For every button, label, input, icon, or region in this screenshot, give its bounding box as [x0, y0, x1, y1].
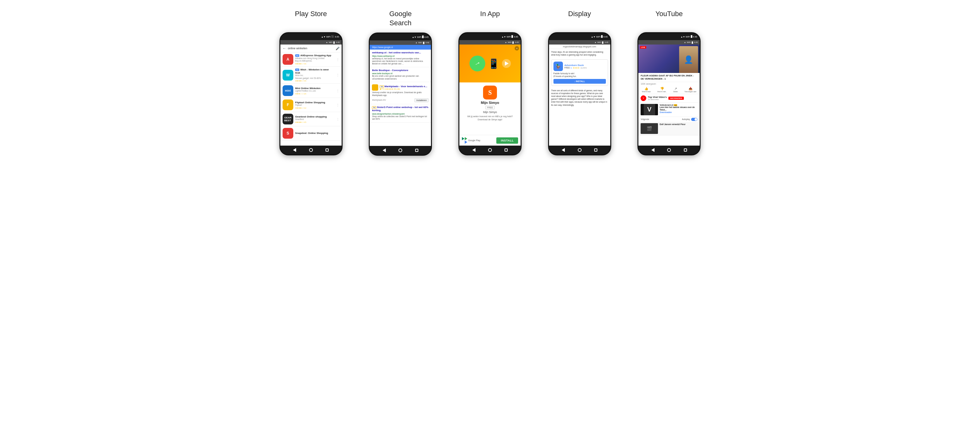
yt-status-bar: ▲ WiFi ▉ 4:45 — [638, 40, 700, 45]
gs-stars: ⭐ 4.0 ★★★★★ (55,130) — [380, 88, 427, 90]
yt-autoplay-toggle[interactable] — [691, 118, 697, 121]
gs-result-title-0: wehkamp.nl - het online warenhuis van... — [372, 51, 429, 54]
nav-back-gs[interactable] — [382, 148, 387, 153]
in-app-column: In App ▲▼ WiFi ▉ 4:45 ▲ WiFi ▉ 4:45 — [448, 10, 532, 155]
google-search-phone: ▲▼ WiFi ▉ 4:45 ▲ WiFi ▉ 4:45 https://www… — [369, 32, 432, 156]
ia-install-button[interactable]: INSTALL — [496, 137, 518, 144]
ps-app-item-4[interactable]: GEARBEST Gearbest Online shopping GearBe… — [280, 112, 342, 126]
dp-ad-header: 🦆 Adventure Duck FREE G ★★★★☆ (3,457) — [554, 62, 606, 71]
yt-save-action[interactable]: 📥 Toevoegen aan — [684, 87, 697, 92]
ia-phone-emoji: 📱 — [488, 58, 500, 69]
gs-result-1[interactable]: Belle Boutique - Conceptstore www.belle-… — [370, 67, 431, 82]
status-icons-gs: ▲▼ WiFi ▉ 4:45 — [412, 36, 428, 38]
nav-recents-yt[interactable] — [683, 148, 688, 152]
nav-back-ps[interactable] — [292, 148, 297, 152]
yt-thumbnail-overlay — [638, 45, 700, 73]
yt-save-label: Toevoegen aan — [684, 91, 697, 92]
nav-recents-dp[interactable] — [593, 148, 598, 152]
ps-rating-4: ★★★★☆ 4.5 — [295, 121, 334, 123]
ps-app-info-0: AdAliExpress Shopping App Alibaba.com Ho… — [295, 54, 334, 64]
display-phone: ▲▼ WiFi ▉ 4:45 ▲ WiFi ▉ 4:45 mypocketdre… — [548, 32, 611, 155]
gs-app-row: AdMarktplaats - Voor tweedehands e... ⭐ … — [372, 84, 429, 91]
gs-result-desc-1: Bij ons vindt u een groot aanbod van pro… — [372, 75, 429, 80]
ps-ad-badge-0: Ad — [295, 54, 299, 57]
ia-play-button[interactable] — [502, 59, 511, 68]
ia-banner-graphic: → 📱 — [469, 56, 500, 72]
ps-app-sub-1: Wish Inc.Nieuwe gadget: min 50-80% — [295, 74, 334, 80]
phone-bottom-bar-dp — [549, 146, 610, 155]
yt-share-action[interactable]: ↗ Delen — [673, 87, 678, 92]
yt-subscribe-button[interactable]: ABONNEREN — [668, 97, 684, 100]
yt-dislike-action[interactable]: 👎 Vind ik niet.. — [657, 87, 667, 92]
ps-app-sub-2: LightInTheBox Co.,Ltd. — [295, 90, 334, 92]
nav-home-ia[interactable] — [488, 148, 492, 152]
nav-home-ps[interactable] — [309, 148, 313, 152]
ps-app-item-5[interactable]: S Snapdeal: Online Shopping — [280, 126, 342, 140]
phone-top-bar-gs: ▲▼ WiFi ▉ 4:45 — [370, 33, 431, 40]
yt-save-icon: 📥 — [689, 87, 692, 90]
nav-home-dp[interactable] — [578, 148, 582, 152]
yt-like-action[interactable]: 👍 Vind ik leuk — [642, 87, 651, 92]
ps-app-info-2: Mini Online Winkelen LightInTheBox Co.,L… — [295, 87, 334, 95]
gs-result-url-0: https://www.wehkamp.nl/ — [372, 55, 429, 57]
yt-download-link[interactable]: Downloaden — [660, 111, 697, 113]
dp-ad-stars: ★★★★☆ (3,457) — [573, 67, 587, 69]
dp-ad-card[interactable]: 🦆 Adventure Duck FREE G ★★★★☆ (3,457) — [551, 59, 608, 86]
ps-menu-dots-3[interactable]: ⋮ — [336, 103, 339, 107]
ps-app-item-3[interactable]: F Flipkart Online Shopping Flipkart ★★★★… — [280, 98, 342, 112]
yt-suggested-item-0[interactable]: V Volkskrant.nl Ad Lees hier het laatste… — [638, 103, 700, 117]
dp-content: mypocketdreamapp.blogspot.com These days… — [549, 40, 610, 146]
ia-gplay-logo: Google Play — [462, 137, 480, 144]
gs-url-bar[interactable]: https://www.google.nl — [370, 45, 431, 49]
nav-back-ia[interactable] — [472, 148, 476, 152]
ps-menu-dots-1[interactable]: ⋮ — [336, 73, 339, 77]
ps-app-info-5: Snapdeal: Online Shopping — [295, 132, 339, 135]
ps-bat: ▉ — [333, 41, 335, 44]
status-icons-ia: ▲▼ WiFi ▉ 4:45 — [502, 35, 518, 38]
nav-home-gs[interactable] — [398, 148, 402, 153]
yt-like-label: Vind ik leuk — [642, 91, 651, 92]
status-icons-dp: ▲▼ WiFi ▉ 4:45 — [591, 35, 608, 38]
yt-next-item[interactable]: 🎬 Dolf Jansen verwelzt Fleur — [638, 122, 700, 135]
ps-searchbar[interactable]: ← online winkelen 🎤 — [280, 45, 342, 53]
yt-video-thumbnail[interactable]: 👤 LIVE — [638, 45, 700, 73]
ps-search-text: online winkelen — [288, 47, 334, 50]
ps-menu-dots-4[interactable]: ⋮ — [336, 118, 339, 121]
yt-next-title: Dolf Jansen verwelzt Fleur — [660, 123, 697, 126]
ps-menu-dots-2[interactable]: ⋮ — [336, 89, 339, 92]
phone-top-bar-ia: ▲▼ WiFi ▉ 4:45 — [460, 33, 520, 40]
nav-back-yt[interactable] — [651, 148, 655, 152]
gs-install-btn[interactable]: Installeren — [414, 98, 429, 102]
yt-suggested-thumb-0: V — [641, 104, 658, 115]
dp-ad-free: FREE — [565, 67, 570, 69]
nav-back-dp[interactable] — [561, 148, 565, 152]
nav-home-yt[interactable] — [667, 148, 671, 152]
play-store-column: Play Store ▲▼ WiFi ⬛ 4:45 ▲ WiFi ▉ 4:45 — [269, 10, 353, 155]
mic-icon[interactable]: 🎤 — [336, 47, 339, 50]
ps-app-item-0[interactable]: A AdAliExpress Shopping App Alibaba.com … — [280, 53, 342, 67]
gs-status-bar: ▲ WiFi ▉ 4:45 — [370, 40, 431, 45]
ps-app-item-2[interactable]: mini Mini Online Winkelen LightInTheBox … — [280, 84, 342, 98]
youtube-phone: ▲▼ WiFi ▉ 4:45 ▲ WiFi ▉ 4:45 — [638, 32, 701, 155]
ps-menu-dots-0[interactable]: ⋮ — [336, 58, 339, 61]
yt-ad-badge: Ad — [674, 104, 677, 106]
back-arrow-icon[interactable]: ← — [283, 46, 286, 51]
ia-play-triangle — [505, 61, 509, 66]
ia-close-button[interactable]: × — [515, 46, 519, 51]
nav-recents-ia[interactable] — [504, 148, 508, 152]
ia-app-name: Mijn Simyo — [481, 101, 499, 105]
vk-logo: V — [644, 104, 655, 115]
gs-result-0[interactable]: wehkamp.nl - het online warenhuis van...… — [370, 49, 431, 67]
gs-result-url-1: www.belle-boutique.nl/ — [372, 72, 429, 75]
ps-app-item-1[interactable]: W AdWish - Winkelen is weer leuk Wish In… — [280, 67, 342, 84]
status-icons-ps: ▲▼ WiFi ⬛ 4:45 — [321, 35, 339, 38]
gs-result-3[interactable]: AdSisterS Point online webshop - tot wel… — [370, 104, 431, 123]
yt-autoplay-group: Autoplay — [682, 118, 697, 121]
nav-recents-gs[interactable] — [415, 148, 419, 153]
nav-recents-ps[interactable] — [325, 148, 329, 152]
dp-install-button[interactable]: ↓ INSTALL — [554, 79, 606, 84]
yt-dislike-icon: 👎 — [660, 87, 664, 90]
yt-channel-info: Top Viral Video's 2k abonnees — [648, 96, 667, 100]
gs-result-2[interactable]: AdMarktplaats - Voor tweedehands e... ⭐ … — [370, 82, 431, 104]
phone-bottom-bar-yt — [638, 146, 700, 155]
